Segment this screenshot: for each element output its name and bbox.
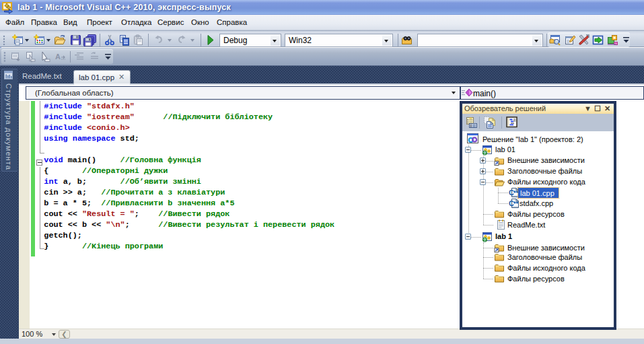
svg-text:A: A (55, 53, 61, 61)
